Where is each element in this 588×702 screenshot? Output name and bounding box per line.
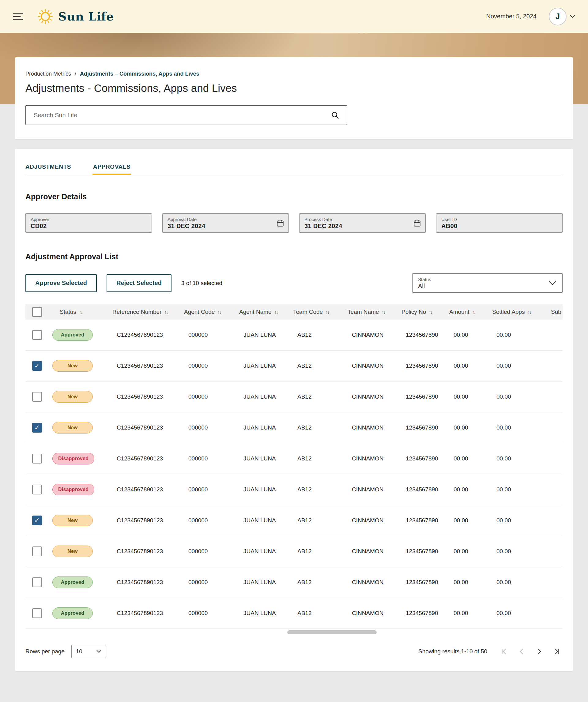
sort-icon[interactable]: ↑↓ (382, 310, 385, 315)
breadcrumb-separator: / (75, 71, 76, 77)
cell-team_name: CINNAMON (348, 548, 401, 555)
avatar[interactable]: J (549, 8, 567, 25)
column-label: Amount (449, 309, 469, 315)
column-header-sub: Sub (551, 309, 563, 315)
cell-amount: 00.00 (449, 332, 492, 338)
column-header-team-code[interactable]: Team Code↑↓ (293, 309, 348, 315)
rows-per-page-select[interactable]: 10 (71, 645, 106, 658)
sort-icon[interactable]: ↑↓ (325, 310, 329, 315)
scrollbar-thumb[interactable] (287, 630, 377, 634)
field-value: CD02 (31, 223, 134, 230)
cell-settled_apps: 00.00 (492, 393, 551, 400)
status-badge: Disapproved (53, 484, 94, 495)
field-label: User ID (441, 217, 545, 222)
cell-agent_name: JUAN LUNA (239, 548, 293, 555)
cell-agent_code: 000000 (184, 517, 239, 524)
tab-adjustments[interactable]: ADJUSTMENTS (25, 163, 71, 175)
cell-reference: C1234567890123 (112, 517, 184, 524)
sort-icon[interactable]: ↑↓ (528, 310, 531, 315)
cell-settled_apps: 00.00 (492, 517, 551, 524)
row-checkbox[interactable]: ✓ (32, 515, 42, 525)
select-all-checkbox[interactable] (32, 307, 42, 317)
cell-team_name: CINNAMON (348, 517, 401, 524)
approver-fields: Approver CD02 Approval Date 31 DEC 2024 … (25, 213, 563, 233)
row-checkbox[interactable] (32, 392, 42, 402)
search-icon[interactable] (331, 111, 339, 119)
cell-amount: 00.00 (449, 579, 492, 586)
sun-icon (37, 9, 53, 24)
column-label: Team Code (293, 309, 323, 315)
column-header-reference-number[interactable]: Reference Number↑↓ (112, 309, 184, 315)
row-checkbox[interactable]: ✓ (32, 361, 42, 371)
cell-policy_no: 1234567890 (401, 579, 449, 586)
calendar-icon[interactable] (413, 219, 421, 227)
column-header-agent-name[interactable]: Agent Name↑↓ (239, 309, 293, 315)
row-checkbox[interactable] (32, 608, 42, 618)
cell-settled_apps: 00.00 (492, 332, 551, 338)
sort-icon[interactable]: ↑↓ (165, 310, 168, 315)
breadcrumb-item-production-metrics[interactable]: Production Metrics (25, 71, 71, 77)
cell-agent_code: 000000 (184, 455, 239, 462)
calendar-icon[interactable] (276, 219, 284, 227)
tab-approvals[interactable]: APPROVALS (93, 163, 130, 175)
cell-amount: 00.00 (449, 486, 492, 493)
approval-date-field[interactable]: Approval Date 31 DEC 2024 (162, 213, 289, 233)
cell-reference: C1234567890123 (112, 548, 184, 555)
sort-icon[interactable]: ↑↓ (217, 310, 221, 315)
previous-page-button[interactable] (516, 646, 527, 657)
user-id-field[interactable]: User ID AB00 (436, 213, 563, 233)
table-row: DisapprovedC1234567890123000000JUAN LUNA… (25, 443, 563, 474)
cell-agent_code: 000000 (184, 486, 239, 493)
menu-icon[interactable] (13, 13, 23, 20)
reject-selected-button[interactable]: Reject Selected (107, 274, 172, 292)
column-header-amount[interactable]: Amount↑↓ (449, 309, 492, 315)
status-badge: Approved (53, 329, 93, 341)
status-filter-label: Status (418, 277, 546, 282)
cell-policy_no: 1234567890 (401, 332, 449, 338)
current-date: November 5, 2024 (486, 13, 536, 20)
table-footer: Rows per page 10 Showing results 1-10 of… (25, 645, 563, 658)
last-page-button[interactable] (552, 646, 563, 657)
row-checkbox[interactable] (32, 330, 42, 340)
cell-agent_name: JUAN LUNA (239, 362, 293, 369)
column-header-agent-code[interactable]: Agent Code↑↓ (184, 309, 239, 315)
search-input[interactable] (33, 111, 331, 119)
cell-reference: C1234567890123 (112, 486, 184, 493)
row-checkbox[interactable] (32, 485, 42, 494)
row-checkbox[interactable] (32, 577, 42, 587)
sort-icon[interactable]: ↑↓ (429, 310, 432, 315)
column-header-policy-no[interactable]: Policy No↑↓ (401, 309, 449, 315)
sort-icon[interactable]: ↑↓ (79, 310, 82, 315)
approval-list-heading: Adjustment Approval List (25, 252, 563, 261)
tabs-divider (25, 175, 563, 175)
table-row: ApprovedC1234567890123000000JUAN LUNAAB1… (25, 598, 563, 629)
row-checkbox[interactable]: ✓ (32, 423, 42, 433)
status-filter-dropdown[interactable]: Status All (412, 273, 563, 293)
next-page-button[interactable] (534, 646, 545, 657)
cell-team_code: AB12 (293, 486, 348, 493)
sort-icon[interactable]: ↑↓ (472, 310, 475, 315)
table-row: NewC1234567890123000000JUAN LUNAAB12CINN… (25, 381, 563, 413)
page-header-card: Production Metrics / Adjustments – Commi… (15, 57, 573, 139)
column-header-settled-apps[interactable]: Settled Apps↑↓ (492, 309, 551, 315)
column-label: Reference Number (112, 309, 162, 315)
status-badge: Disapproved (53, 453, 94, 464)
first-page-button[interactable] (498, 646, 509, 657)
sort-icon[interactable]: ↑↓ (274, 310, 278, 315)
row-checkbox[interactable] (32, 454, 42, 464)
process-date-field[interactable]: Process Date 31 DEC 2024 (299, 213, 426, 233)
sunlife-logo: Sun Life (37, 9, 114, 24)
cell-reference: C1234567890123 (112, 579, 184, 586)
cell-team_code: AB12 (293, 424, 348, 431)
approver-field[interactable]: Approver CD02 (25, 213, 152, 233)
approve-selected-button[interactable]: Approve Selected (25, 274, 97, 292)
column-header-team-name[interactable]: Team Name↑↓ (348, 309, 401, 315)
cell-team_code: AB12 (293, 455, 348, 462)
cell-policy_no: 1234567890 (401, 610, 449, 616)
row-checkbox[interactable] (32, 547, 42, 556)
approval-table: Status↑↓Reference Number↑↓Agent Code↑↓Ag… (25, 304, 563, 634)
chevron-down-icon[interactable] (570, 15, 575, 18)
search-bar[interactable] (25, 105, 347, 125)
cell-team_code: AB12 (293, 579, 348, 586)
column-header-status[interactable]: Status↑↓ (53, 309, 112, 315)
